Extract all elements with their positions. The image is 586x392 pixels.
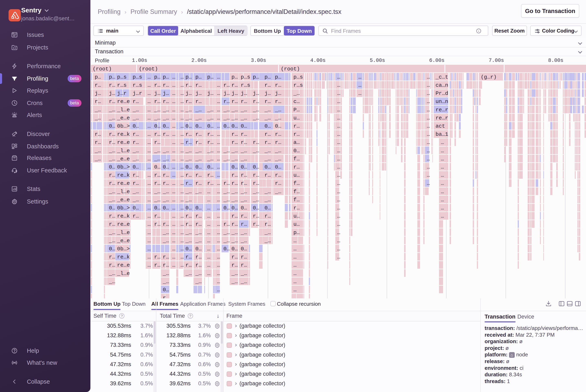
svg-text:…: … <box>148 197 151 203</box>
svg-text:r…: r… <box>223 221 230 227</box>
svg-text:…: … <box>427 148 430 154</box>
svg-text:…: … <box>148 98 151 104</box>
svg-text:ca…n: ca…n <box>435 82 448 88</box>
svg-text:_e…e: _e…e <box>117 197 130 203</box>
svg-text:r…: r… <box>241 172 247 178</box>
svg-text:r…: r… <box>186 262 192 268</box>
svg-text:…: … <box>181 164 184 170</box>
svg-text:…: … <box>172 197 176 203</box>
svg-text:r…: r… <box>186 213 192 219</box>
svg-text:r…: r… <box>163 221 169 227</box>
svg-text:r…: r… <box>275 82 281 88</box>
svg-text:_…: _… <box>253 189 259 195</box>
svg-text:r…: r… <box>265 140 271 146</box>
svg-text:r…: r… <box>154 213 161 219</box>
svg-text:…: … <box>148 74 151 80</box>
svg-text:_…: _… <box>253 197 259 203</box>
svg-text:j…: j… <box>163 90 169 96</box>
svg-text:0…: 0… <box>195 205 202 211</box>
svg-text:…: … <box>427 156 430 162</box>
svg-text:0…: 0… <box>109 246 115 252</box>
svg-text:r…: r… <box>186 180 192 186</box>
svg-text:…: … <box>293 270 297 276</box>
svg-text:…: … <box>217 131 220 138</box>
svg-text:…: … <box>217 107 220 113</box>
svg-text:r…: r… <box>195 172 202 178</box>
svg-text:r…: r… <box>195 98 202 104</box>
svg-text:…: … <box>172 74 176 80</box>
svg-text:0…: 0… <box>163 205 169 211</box>
svg-text:…: … <box>441 140 444 146</box>
svg-text:_…: _… <box>109 148 115 154</box>
svg-text:r…: r… <box>265 221 271 227</box>
svg-text:p…: p… <box>253 74 259 80</box>
svg-text:_…: _… <box>109 189 115 195</box>
svg-text:…: … <box>172 98 176 104</box>
svg-text:_…: _… <box>95 148 101 154</box>
svg-text:0…: 0… <box>163 123 169 129</box>
svg-text:…: … <box>172 221 176 227</box>
svg-text:0…: 0… <box>275 123 281 129</box>
svg-text:_…: _… <box>231 189 238 195</box>
svg-text:…: … <box>172 156 176 162</box>
svg-text:…: … <box>337 90 340 96</box>
svg-text:r…: r… <box>253 98 259 104</box>
svg-text:r…: r… <box>95 82 101 88</box>
svg-text:…: … <box>172 180 176 186</box>
svg-text:_…: _… <box>223 107 230 113</box>
svg-text:_…: _… <box>264 238 271 244</box>
svg-text:…: … <box>427 172 430 178</box>
svg-text:_…: _… <box>240 230 247 236</box>
svg-text:0…: 0… <box>232 123 238 129</box>
svg-text:r…: r… <box>163 172 169 178</box>
svg-text:r…: r… <box>232 221 238 227</box>
svg-text:re…e: re…e <box>117 262 130 268</box>
svg-text:f…: f… <box>293 180 300 186</box>
svg-text:f…: f… <box>293 189 300 195</box>
svg-text:…: … <box>217 123 220 129</box>
svg-text:_…: _… <box>195 238 202 244</box>
svg-text:…: … <box>358 90 362 96</box>
svg-text:…: … <box>217 189 220 195</box>
svg-text:…: … <box>181 115 184 121</box>
svg-text:_…: _… <box>223 148 230 154</box>
svg-text:u…: u… <box>293 221 300 227</box>
svg-text:_e…e: _e…e <box>117 238 130 244</box>
svg-text:r…: r… <box>163 82 169 88</box>
svg-text:p…: p… <box>154 74 161 80</box>
svg-text:_…: _… <box>275 148 281 154</box>
svg-text:r…: r… <box>207 172 214 178</box>
svg-text:_…: _… <box>240 238 247 244</box>
svg-text:p…: p… <box>109 74 115 80</box>
svg-text:r…: r… <box>265 213 271 219</box>
svg-text:r…: r… <box>163 180 169 186</box>
svg-text:…: … <box>337 107 340 113</box>
svg-text:…: … <box>181 189 184 195</box>
svg-text:_…: _… <box>185 107 192 113</box>
svg-text:_…: _… <box>207 148 214 154</box>
svg-text:…: … <box>181 262 184 268</box>
svg-text:…: … <box>427 115 430 121</box>
svg-text:r…s: r…s <box>117 82 127 88</box>
svg-text:…: … <box>293 295 297 298</box>
svg-text:_…: _… <box>109 279 115 285</box>
svg-text:re…k: re…k <box>117 254 130 260</box>
svg-text:_…: _… <box>195 115 202 121</box>
svg-text:r…: r… <box>186 82 192 88</box>
svg-text:_l…e: _l…e <box>117 230 130 236</box>
svg-text:(root): (root) <box>281 66 300 72</box>
svg-text:r…: r… <box>195 180 202 186</box>
svg-text:0…: 0… <box>241 205 247 211</box>
svg-text:_…: _… <box>275 156 281 162</box>
svg-text:_e…e: _e…e <box>117 115 130 121</box>
svg-text:…: … <box>181 74 184 80</box>
svg-text:0…: 0… <box>265 123 271 129</box>
svg-text:0…: 0… <box>195 246 202 252</box>
svg-text:…: … <box>172 107 176 113</box>
svg-text:0…: 0… <box>232 205 238 211</box>
svg-text:…: … <box>181 213 184 219</box>
svg-text:0…: 0… <box>195 123 202 129</box>
svg-text:0…: 0… <box>163 164 169 170</box>
svg-text:…: … <box>441 205 444 211</box>
svg-text:…: … <box>441 197 444 203</box>
